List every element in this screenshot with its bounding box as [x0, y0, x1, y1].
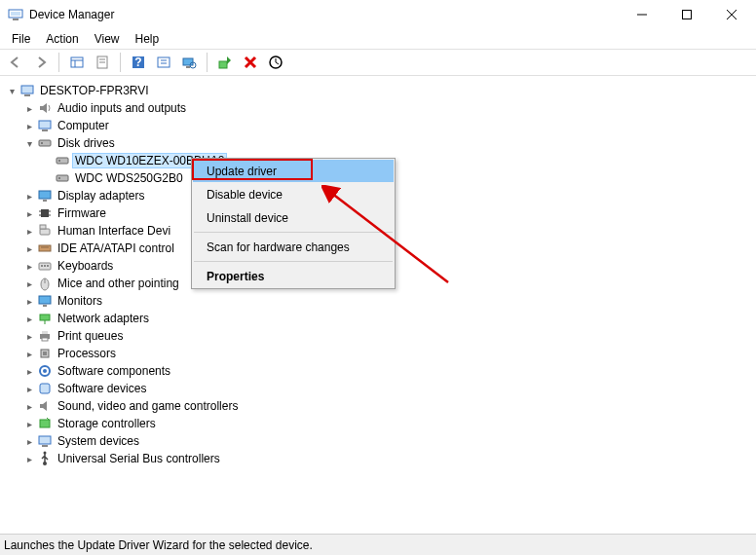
chevron-right-icon[interactable]: ▸ [23, 454, 35, 464]
menu-file[interactable]: File [4, 30, 38, 48]
tree-category-swcomp[interactable]: ▸Software components [0, 362, 756, 380]
back-button[interactable] [4, 51, 27, 74]
tree-category-usb[interactable]: ▸Universal Serial Bus controllers [0, 450, 756, 467]
svg-point-30 [58, 160, 60, 162]
svg-point-65 [44, 452, 47, 455]
chevron-down-icon[interactable]: ▾ [23, 138, 35, 149]
chevron-right-icon[interactable]: ▸ [23, 401, 35, 412]
statusbar: Launches the Update Driver Wizard for th… [0, 534, 756, 555]
chevron-right-icon[interactable]: ▸ [23, 191, 35, 202]
tree-category-computer[interactable]: ▸Computer [0, 117, 756, 134]
svg-rect-21 [219, 61, 227, 68]
disk-icon [55, 153, 70, 168]
forward-button[interactable] [29, 51, 53, 74]
svg-rect-34 [43, 200, 47, 202]
chevron-right-icon[interactable]: ▸ [23, 208, 35, 219]
show-hide-button[interactable] [65, 51, 89, 74]
tree-category-audio[interactable]: ▸Audio inputs and outputs [0, 99, 756, 117]
properties-button[interactable] [91, 51, 114, 74]
window-controls [620, 0, 754, 29]
svg-rect-15 [158, 57, 170, 67]
chevron-right-icon[interactable]: ▸ [23, 384, 35, 394]
chevron-right-icon[interactable]: ▸ [23, 278, 35, 289]
keyboard-icon [37, 258, 53, 274]
update-driver-button[interactable] [213, 51, 237, 74]
minimize-button[interactable] [620, 0, 664, 29]
svg-rect-51 [43, 305, 47, 307]
tree-category-network[interactable]: ▸Network adapters [0, 310, 756, 327]
chevron-right-icon[interactable]: ▸ [23, 314, 35, 324]
tree-category-disk[interactable]: ▾Disk drives [0, 134, 756, 152]
chevron-right-icon[interactable]: ▸ [23, 243, 35, 254]
tree-category-system[interactable]: ▸System devices [0, 432, 756, 450]
chevron-right-icon[interactable]: ▸ [23, 121, 35, 131]
svg-rect-31 [57, 175, 68, 181]
menubar: File Action View Help [0, 29, 756, 49]
app-icon [8, 7, 23, 22]
svg-rect-46 [44, 265, 46, 267]
chevron-down-icon[interactable]: ▾ [6, 86, 18, 96]
action-button[interactable] [152, 51, 175, 74]
ctx-separator [194, 232, 393, 233]
system-icon [37, 433, 53, 449]
svg-rect-64 [42, 445, 48, 447]
chevron-right-icon[interactable]: ▸ [23, 296, 35, 307]
computer-icon [19, 83, 35, 98]
tree-root[interactable]: ▾ DESKTOP-FPR3RVI [0, 82, 756, 99]
svg-rect-58 [43, 352, 47, 355]
svg-rect-52 [40, 314, 50, 320]
tree-category-sound[interactable]: ▸Sound, video and game controllers [0, 397, 756, 415]
chevron-right-icon[interactable]: ▸ [23, 331, 35, 342]
tree-category-print[interactable]: ▸Print queues [0, 327, 756, 345]
window-title: Device Manager [29, 8, 620, 21]
ctx-properties[interactable]: Properties [193, 265, 394, 287]
svg-rect-2 [13, 18, 19, 20]
chevron-right-icon[interactable]: ▸ [23, 349, 35, 359]
uninstall-button[interactable] [239, 51, 262, 74]
menu-help[interactable]: Help [128, 30, 168, 48]
disk-icon [37, 135, 53, 151]
usb-icon [37, 451, 53, 466]
menu-view[interactable]: View [87, 30, 128, 48]
software-icon [37, 381, 53, 396]
menu-action[interactable]: Action [38, 30, 86, 48]
ctx-disable-device[interactable]: Disable device [193, 183, 394, 205]
maximize-button[interactable] [664, 0, 709, 29]
chevron-right-icon[interactable]: ▸ [23, 103, 35, 114]
context-menu: Update driver Disable device Uninstall d… [191, 158, 396, 289]
disable-button[interactable] [264, 51, 287, 74]
svg-rect-29 [57, 158, 68, 164]
svg-rect-41 [40, 225, 46, 229]
tree-category-storage[interactable]: ▸Storage controllers [0, 415, 756, 432]
svg-rect-7 [71, 57, 83, 67]
tree-root-label: DESKTOP-FPR3RVI [38, 84, 151, 97]
svg-rect-56 [42, 338, 48, 341]
chevron-right-icon[interactable]: ▸ [23, 419, 35, 429]
help-button[interactable]: ? [127, 51, 150, 74]
svg-rect-50 [39, 296, 51, 304]
close-button[interactable] [709, 0, 754, 29]
chevron-right-icon[interactable]: ▸ [23, 436, 35, 447]
monitor-icon [37, 188, 53, 204]
tree-category-processors[interactable]: ▸Processors [0, 345, 756, 362]
computer-icon [37, 118, 53, 133]
svg-point-32 [58, 177, 60, 179]
svg-rect-55 [42, 331, 48, 334]
chevron-right-icon[interactable]: ▸ [23, 261, 35, 272]
svg-rect-25 [39, 121, 51, 129]
chevron-right-icon[interactable]: ▸ [23, 226, 35, 237]
svg-rect-62 [40, 420, 50, 427]
hid-icon [37, 223, 53, 239]
ctx-scan-hardware[interactable]: Scan for hardware changes [193, 236, 394, 258]
svg-rect-26 [42, 130, 48, 131]
ctx-update-driver[interactable]: Update driver [193, 160, 394, 182]
tree-category-monitors[interactable]: ▸Monitors [0, 292, 756, 310]
ctx-uninstall-device[interactable]: Uninstall device [193, 206, 394, 229]
svg-rect-23 [21, 86, 33, 93]
scan-hardware-button[interactable] [177, 51, 201, 74]
mouse-icon [37, 276, 53, 291]
device-tree[interactable]: ▾ DESKTOP-FPR3RVI ▸Audio inputs and outp… [0, 78, 756, 534]
chevron-right-icon[interactable]: ▸ [23, 366, 35, 377]
tree-category-swdev[interactable]: ▸Software devices [0, 380, 756, 397]
storage-icon [37, 416, 53, 431]
